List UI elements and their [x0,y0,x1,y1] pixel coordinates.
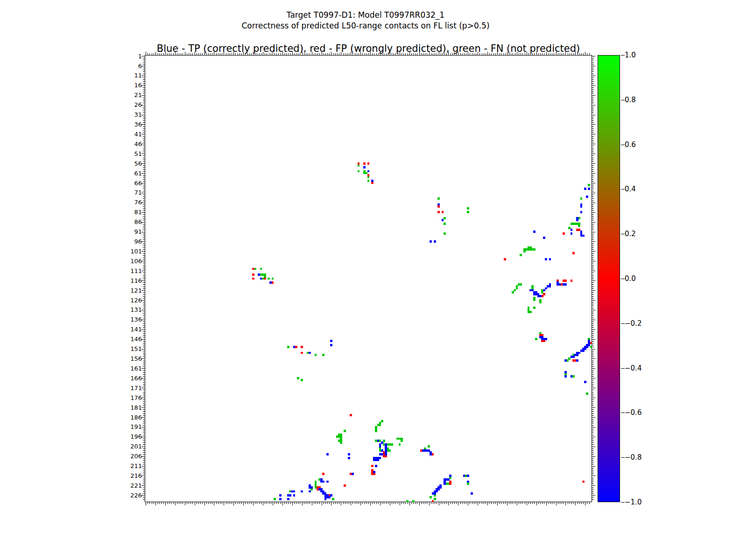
contact-cell-fn [533,299,536,301]
contact-cell-tp [434,240,436,243]
y-tick-label: 106 [112,258,142,265]
contact-cell-tp [324,498,327,500]
contact-cell-tp [309,352,311,354]
contact-cell-fn [514,289,516,292]
colorbar-tick [621,145,625,145]
contact-cell-fp [363,162,366,165]
contact-cell-tp [444,483,446,485]
contact-map-plot-area [145,55,592,502]
contact-cell-fn [358,170,360,173]
contact-cell-fn [315,354,317,356]
contact-cell-fn [358,164,360,167]
contact-cell-fn [533,248,536,251]
contact-cell-tp [279,494,282,497]
contact-cell-tp [533,231,536,233]
contact-cell-tp [377,459,380,462]
tick-comb [146,52,592,53]
contact-cell-fp [437,205,440,208]
contact-cell-fn [287,346,289,348]
contact-cell-tp [293,490,296,493]
contact-cell-tp [352,473,354,475]
contact-cell-fn [444,232,446,235]
colorbar-tick [621,502,625,503]
y-tick-label: 141 [112,326,142,333]
contact-cell-fn [254,268,256,270]
contact-cell-fp [543,340,545,342]
contact-cell-fp [582,481,585,483]
contact-cell-tp [582,235,585,237]
contact-cell-tp [586,196,588,198]
contact-cell-fp [449,483,451,485]
contact-cell-tp [559,283,561,286]
y-tick-label: 76 [112,199,142,206]
colorbar-tick-label: −1.0 [625,498,641,506]
contact-cell-fn [568,357,571,360]
contact-cell-fp [344,484,346,487]
contact-cell-tp [436,490,438,493]
contact-cell-tp [543,289,545,292]
tick-comb [146,504,592,505]
contact-cell-fn [399,443,401,446]
contact-cell-fp [272,281,274,284]
contact-cell-tp [310,486,313,489]
contact-cell-tp [330,494,332,497]
contact-cell-tp [328,496,331,498]
contact-cell-tp [367,170,370,173]
contact-cell-tp [463,475,465,477]
contact-cell-fn [467,207,469,210]
colorbar-tick-label: −0.6 [625,408,641,417]
colorbar-tick-label: −0.2 [625,319,641,328]
contact-cell-fp [432,453,434,455]
contact-cell-fn [340,441,342,444]
contact-cell-tp [580,211,583,213]
contact-cell-fn [588,184,590,186]
contact-cell-fn [533,307,536,309]
contact-cell-fn [391,443,393,446]
contact-cell-tp [586,346,588,348]
y-tick-label: 16 [112,82,142,89]
y-tick-label: 131 [112,306,142,313]
contact-cell-fn [520,254,522,256]
y-tick-label: 176 [112,394,142,401]
contact-cell-tp [582,350,585,352]
y-tick-label: 61 [112,170,142,177]
y-tick-label: 31 [112,111,142,118]
contact-cell-tp [549,283,551,286]
y-tick-label: 111 [112,267,142,274]
contact-cell-fn [535,338,537,340]
y-tick-label: 21 [112,91,142,98]
y-tick-label: 201 [112,443,142,450]
colorbar-tick-label: 0.4 [625,185,636,193]
tick-comb [594,56,595,502]
contact-cell-tp [539,295,542,297]
contact-cell-tp [430,240,432,243]
y-tick-label: 216 [112,472,142,479]
contact-cell-tp [564,359,567,362]
colorbar-tick-label: 1.0 [625,51,636,59]
contact-cell-fp [371,182,374,184]
y-tick-label: 121 [112,287,142,294]
figure-canvas: { "figure": { "suptitle_line1": "Target … [0,0,747,560]
figure-suptitle-line1: Target T0997-D1: Model T0997RR032_1 [0,10,731,20]
tick-comb [143,56,145,502]
colorbar-tick [621,279,625,279]
tick-comb [146,53,592,55]
contact-cell-tp [584,188,586,190]
y-tick-label: 56 [112,160,142,167]
contact-cell-tp [549,285,551,287]
contact-cell-fp [350,414,352,416]
contact-cell-fp [437,211,440,213]
y-tick-label: 26 [112,101,142,108]
contact-cell-tp [289,494,291,497]
contact-cell-fn [580,197,583,200]
contact-cell-fn [332,498,334,500]
contact-cell-tp [379,457,381,459]
contact-cell-fn [379,424,381,426]
contact-cell-tp [326,481,329,483]
contact-cell-fn [467,211,469,213]
contact-cell-fn [367,180,370,182]
contact-cell-tp [379,445,381,448]
figure-suptitle-line2: Correctness of predicted L50-range conta… [0,21,731,30]
colorbar-tick [621,413,625,413]
contact-cell-tp [330,340,332,342]
